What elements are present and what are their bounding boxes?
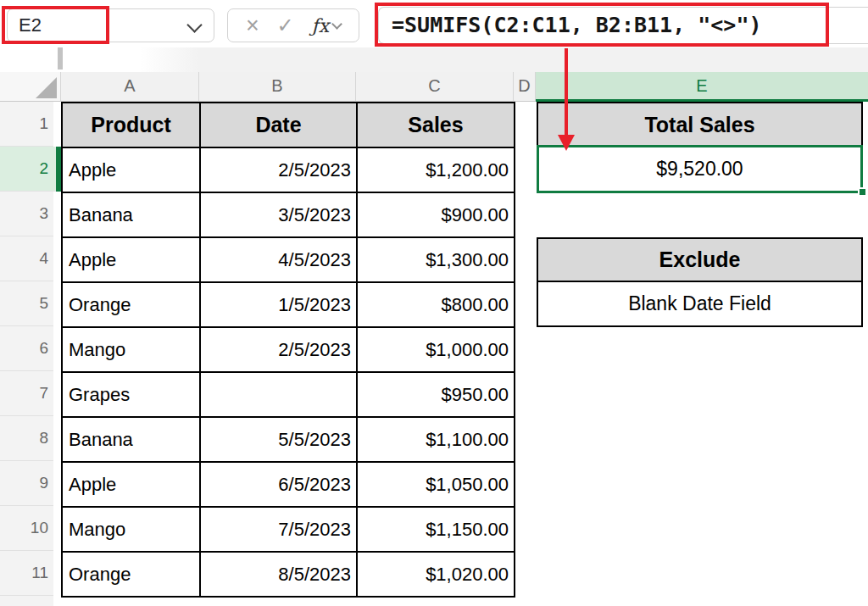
cell-date[interactable]: 3/5/2023 (200, 192, 357, 237)
cell-product[interactable]: Banana (62, 417, 200, 462)
row-header-10[interactable]: 10 (0, 506, 61, 551)
column-header-b[interactable]: B (199, 72, 356, 102)
exclude-header-cell[interactable]: Exclude (537, 237, 863, 282)
row-header-margin (53, 102, 61, 147)
data-table: Product Date Sales Apple 2/5/2023 $1,200… (61, 102, 515, 598)
table-row: Grapes $950.00 (62, 372, 515, 417)
cell-product[interactable]: Orange (62, 552, 200, 597)
cell-date[interactable]: 8/5/2023 (200, 552, 357, 597)
row-header-7[interactable]: 7 (0, 371, 61, 416)
cell-date[interactable]: 1/5/2023 (200, 282, 357, 327)
row-header-5[interactable]: 5 (0, 281, 61, 326)
fx-glyph: ƒx (312, 15, 330, 36)
cell-date[interactable]: 6/5/2023 (200, 462, 357, 507)
insert-function-icon[interactable]: ƒx (312, 15, 342, 36)
header-cell-sales[interactable]: Sales (357, 103, 515, 147)
header-cell-date[interactable]: Date (200, 103, 357, 147)
select-all-corner[interactable] (0, 72, 61, 102)
cancel-icon[interactable]: × (246, 10, 259, 41)
row-header-4[interactable]: 4 (0, 236, 61, 281)
cell-sales[interactable]: $1,100.00 (357, 417, 515, 462)
cell-product[interactable]: Apple (62, 462, 200, 507)
table-row: Apple 2/5/2023 $1,200.00 (62, 147, 515, 192)
cell-product[interactable]: Banana (62, 192, 200, 237)
row-header-6[interactable]: 6 (0, 326, 61, 371)
cell-product[interactable]: Mango (62, 327, 200, 372)
column-header-c[interactable]: C (356, 72, 514, 102)
cell-product[interactable]: Orange (62, 282, 200, 327)
row-header-12-partial[interactable] (0, 596, 61, 606)
row-header-8[interactable]: 8 (0, 416, 61, 461)
formula-bar-buttons: × ✓ ƒx (227, 8, 359, 42)
cell-sales[interactable]: $1,300.00 (357, 237, 515, 282)
formula-text: =SUMIFS(C2:C11, B2:B11, "<>") (392, 8, 762, 43)
chevron-down-icon (331, 19, 342, 30)
row-header-3[interactable]: 3 (0, 192, 61, 236)
cell-date[interactable]: 4/5/2023 (200, 237, 357, 282)
cell-date[interactable]: 2/5/2023 (200, 147, 357, 192)
red-arrow-head (558, 135, 575, 151)
name-box-divider (58, 47, 63, 69)
table-row: Apple 4/5/2023 $1,300.00 (62, 237, 515, 282)
row-header-9[interactable]: 9 (0, 461, 61, 506)
cell-date-blank[interactable] (200, 372, 357, 417)
name-box-value: E2 (19, 9, 42, 42)
cell-product[interactable]: Grapes (62, 372, 200, 417)
cell-date[interactable]: 5/5/2023 (200, 417, 357, 462)
table-row: Mango 2/5/2023 $1,000.00 (62, 327, 515, 372)
row-header-11[interactable]: 11 (0, 551, 61, 596)
red-arrow-annotation (565, 48, 568, 136)
total-sales-header-cell[interactable]: Total Sales (537, 102, 863, 147)
cell-sales[interactable]: $1,200.00 (357, 147, 515, 192)
formula-bar-divider (0, 47, 868, 72)
cell-date[interactable]: 7/5/2023 (200, 507, 357, 552)
cell-sales[interactable]: $1,000.00 (357, 327, 515, 372)
cell-sales[interactable]: $1,020.00 (357, 552, 515, 597)
cell-product[interactable]: Apple (62, 147, 200, 192)
cell-sales[interactable]: $900.00 (357, 192, 515, 237)
table-row: Banana 5/5/2023 $1,100.00 (62, 417, 515, 462)
table-row: Apple 6/5/2023 $1,050.00 (62, 462, 515, 507)
cell-sales[interactable]: $800.00 (357, 282, 515, 327)
select-all-triangle-icon (36, 77, 57, 98)
formula-input[interactable]: =SUMIFS(C2:C11, B2:B11, "<>") (378, 7, 868, 44)
cell-sales[interactable]: $1,050.00 (357, 462, 515, 507)
cell-product[interactable]: Apple (62, 237, 200, 282)
chevron-down-icon[interactable] (186, 17, 202, 32)
column-header-e-selected[interactable]: E (536, 72, 868, 102)
selected-row-indicator (56, 147, 61, 192)
column-header-d[interactable]: D (514, 72, 536, 102)
selected-cell-e2[interactable]: $9,520.00 (537, 145, 863, 193)
row-header-margin (53, 192, 61, 606)
cell-product[interactable]: Mango (62, 507, 200, 552)
table-header-row: Product Date Sales (62, 103, 515, 147)
row-header-1[interactable]: 1 (0, 102, 61, 147)
header-cell-product[interactable]: Product (62, 103, 200, 147)
table-row: Mango 7/5/2023 $1,150.00 (62, 507, 515, 552)
excel-window: E2 × ✓ ƒx =SUMIFS(C2:C11, B2:B11, "<>") … (0, 0, 868, 606)
exclude-value-cell[interactable]: Blank Date Field (537, 281, 863, 327)
enter-icon[interactable]: ✓ (277, 10, 294, 41)
cell-sales[interactable]: $950.00 (357, 372, 515, 417)
cell-date[interactable]: 2/5/2023 (200, 327, 357, 372)
table-row: Orange 8/5/2023 $1,020.00 (62, 552, 515, 597)
name-box[interactable]: E2 (7, 8, 214, 42)
fill-handle[interactable] (858, 187, 867, 197)
row-header-2-selected[interactable]: 2 (0, 147, 61, 192)
cell-sales[interactable]: $1,150.00 (357, 507, 515, 552)
column-header-a[interactable]: A (61, 72, 199, 102)
table-row: Orange 1/5/2023 $800.00 (62, 282, 515, 327)
table-row: Banana 3/5/2023 $900.00 (62, 192, 515, 237)
